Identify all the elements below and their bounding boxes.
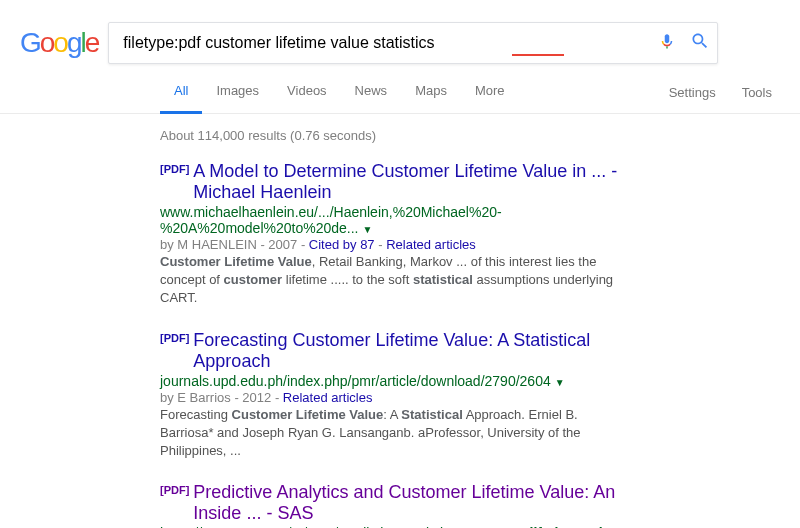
tab-news[interactable]: News: [341, 71, 402, 114]
tab-more[interactable]: More: [461, 71, 519, 114]
result-snippet: Customer Lifetime Value, Retail Banking,…: [160, 253, 630, 308]
pdf-badge: PDF: [160, 163, 189, 175]
result-title-link[interactable]: A Model to Determine Customer Lifetime V…: [193, 161, 630, 203]
tab-all[interactable]: All: [160, 71, 202, 114]
google-logo[interactable]: Google: [20, 27, 98, 59]
result-meta: by M HAENLEIN - 2007 - Cited by 87 - Rel…: [160, 237, 630, 252]
tab-videos[interactable]: Videos: [273, 71, 341, 114]
pdf-badge: PDF: [160, 484, 189, 496]
search-result: PDF A Model to Determine Customer Lifeti…: [160, 161, 630, 308]
query-highlight-underline: [512, 54, 564, 56]
pdf-badge: PDF: [160, 332, 189, 344]
voice-search-icon[interactable]: [658, 30, 676, 56]
related-articles-link[interactable]: Related articles: [386, 237, 476, 252]
search-icon[interactable]: [690, 31, 710, 55]
chevron-down-icon[interactable]: ▼: [362, 224, 372, 235]
result-meta: by E Barrios - 2012 - Related articles: [160, 390, 630, 405]
tab-maps[interactable]: Maps: [401, 71, 461, 114]
tab-images[interactable]: Images: [202, 71, 273, 114]
cited-by-link[interactable]: Cited by 87: [309, 237, 375, 252]
result-url: www.michaelhaenlein.eu/.../Haenlein,%20M…: [160, 204, 630, 236]
result-title-link[interactable]: Predictive Analytics and Customer Lifeti…: [193, 482, 630, 524]
result-url: journals.upd.edu.ph/index.php/pmr/articl…: [160, 373, 630, 389]
search-wrap: [108, 22, 718, 64]
results-area: About 114,000 results (0.76 seconds) PDF…: [0, 114, 630, 528]
search-input[interactable]: [108, 22, 718, 64]
nav-bar: All Images Videos News Maps More Setting…: [0, 72, 800, 114]
related-articles-link[interactable]: Related articles: [283, 390, 373, 405]
settings-link[interactable]: Settings: [669, 85, 716, 100]
chevron-down-icon[interactable]: ▼: [555, 377, 565, 388]
tools-link[interactable]: Tools: [742, 85, 772, 100]
search-result: PDF Predictive Analytics and Customer Li…: [160, 482, 630, 528]
result-stats: About 114,000 results (0.76 seconds): [160, 128, 630, 143]
header: Google: [0, 0, 800, 72]
result-snippet: Forecasting Customer Lifetime Value: A S…: [160, 406, 630, 461]
search-result: PDF Forecasting Customer Lifetime Value:…: [160, 330, 630, 461]
result-title-link[interactable]: Forecasting Customer Lifetime Value: A S…: [193, 330, 630, 372]
